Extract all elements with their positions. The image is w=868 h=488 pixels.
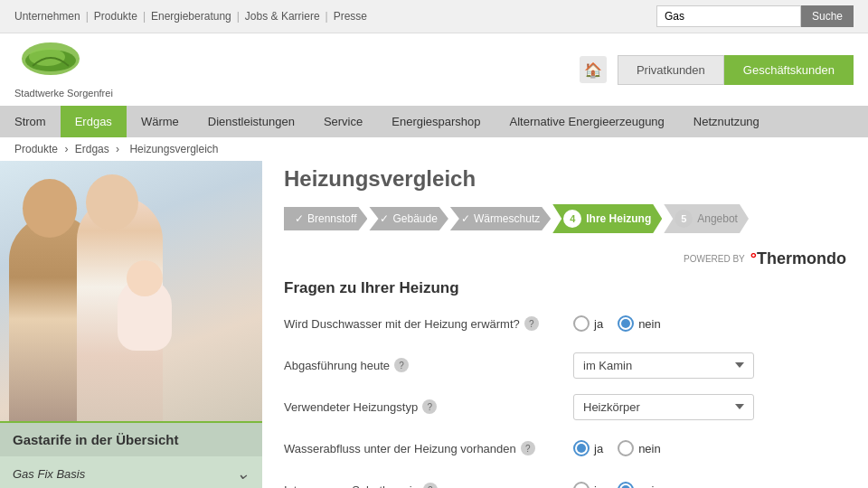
form-row-wasserabfluss: Wasserabfluss unter der Heizung vorhande… [284,435,846,462]
section-title: Fragen zu Ihrer Heizung [284,279,846,297]
step-gebaeude: ✓ Gebäude [369,207,448,230]
gas-fix-label: Gas Fix Basis [13,467,85,481]
step-label: Ihre Heizung [586,212,651,225]
nav-netznutzung[interactable]: Netznutzung [679,106,774,137]
svg-point-2 [29,48,65,66]
thermondo-dot: ° [750,249,757,267]
step-waermeschutz: ✓ Wärmeschutz [450,207,551,230]
radio-circle-checked [573,440,590,456]
help-icon-heizungstyp[interactable]: ? [422,399,437,414]
radio-circle-checked [618,315,634,332]
thermondo-logo: °Thermondo [750,249,846,268]
home-button[interactable]: 🏠 [580,56,607,83]
chevron-down-icon: ⌄ [236,464,250,483]
step-label: Wärmeschutz [474,212,540,225]
radio-duschwasser-ja[interactable]: ja [573,315,603,332]
radio-duschwasser-nein[interactable]: nein [618,315,661,332]
radio-solarthermie-ja[interactable]: ja [573,482,603,488]
search-bar: Suche [656,5,854,27]
radio-circle [618,440,634,456]
radio-solarthermie-nein[interactable]: nein [618,482,661,488]
label-solarthermie: Interesse an Solarthermie ? [284,483,573,488]
breadcrumb-current: Heizungsvergleich [129,143,218,155]
radio-circle-checked [618,482,634,488]
help-icon-duschwasser[interactable]: ? [524,316,539,331]
radio-label: nein [638,442,661,455]
step-ihre-heizung: 4 Ihre Heizung [552,204,662,233]
nav-energiesparshop[interactable]: Energiesparshop [377,106,495,137]
gas-fix-item[interactable]: Gas Fix Basis ⌄ [0,456,262,488]
radio-label: nein [638,317,661,331]
radio-label: ja [594,317,603,331]
radio-label: nein [638,483,661,489]
label-wasserabfluss: Wasserabfluss unter der Heizung vorhande… [284,441,573,455]
top-nav-energieberatung[interactable]: Energieberatung [151,10,231,23]
step-label: Brennstoff [307,212,356,225]
help-icon-abgas[interactable]: ? [394,358,409,372]
top-navigation: Unternehmen | Produkte | Energieberatung… [14,10,367,23]
logo-text: Stadtwerke Sorgenfrei [14,88,113,99]
search-button[interactable]: Suche [801,5,854,27]
radio-circle [573,482,590,488]
step-number: 5 [675,210,693,228]
header-right: 🏠 Privatkunden Geschäftskunden [580,55,854,85]
geschaeftskunden-tab[interactable]: Geschäftskunden [724,55,854,85]
breadcrumb-produkte[interactable]: Produkte [14,143,58,155]
step-label: Gebäude [392,212,437,225]
step-brennstoff: ✓ Brennstoff [284,207,367,230]
step-label: Angebot [697,212,738,225]
step-number: 4 [563,210,581,228]
nav-service[interactable]: Service [309,106,377,137]
powered-by-section: POWERED BY °Thermondo [284,249,846,268]
page-title: Heizungsvergleich [284,166,846,192]
radio-wasserabfluss-ja[interactable]: ja [573,440,603,456]
logo-area: Stadtwerke Sorgenfrei [14,41,113,99]
form-row-solarthermie: Interesse an Solarthermie ? ja nein [284,476,846,488]
top-nav-produkte[interactable]: Produkte [94,10,137,23]
dropdown-heizungstyp[interactable]: Heizkörper Fußbodenheizung Wandheizung [573,394,754,420]
main-navigation: Strom Erdgas Wärme Dienstleistungen Serv… [0,106,868,137]
logo-image [14,41,87,86]
family-photo [0,161,262,423]
radio-wasserabfluss-nein[interactable]: nein [618,440,661,456]
progress-steps: ✓ Brennstoff ✓ Gebäude ✓ Wärmeschutz 4 I… [284,204,846,233]
radio-wasserabfluss: ja nein [573,440,661,456]
form-row-heizungstyp: Verwendeter Heizungstyp ? Heizkörper Fuß… [284,393,846,420]
label-duschwasser: Wird Duschwasser mit der Heizung erwärmt… [284,316,573,331]
nav-alternative-energie[interactable]: Alternative Energieerzeugung [495,106,679,137]
label-heizungstyp: Verwendeter Heizungstyp ? [284,399,573,414]
checkmark-icon: ✓ [380,212,389,225]
breadcrumb-erdgas[interactable]: Erdgas [75,143,109,155]
radio-duschwasser: ja nein [573,315,661,332]
nav-strom[interactable]: Strom [0,106,61,137]
privatkunden-tab[interactable]: Privatkunden [618,55,724,85]
left-panel: Gastarife in der Übersicht Gas Fix Basis… [0,161,262,488]
search-input[interactable] [656,5,801,27]
checkmark-icon: ✓ [295,212,304,225]
header: Stadtwerke Sorgenfrei 🏠 Privatkunden Ges… [0,33,868,106]
nav-dienstleistungen[interactable]: Dienstleistungen [193,106,309,137]
top-bar: Unternehmen | Produkte | Energieberatung… [0,0,868,33]
form-row-duschwasser: Wird Duschwasser mit der Heizung erwärmt… [284,310,846,337]
gastarife-banner: Gastarife in der Übersicht [0,421,262,456]
right-panel: Heizungsvergleich ✓ Brennstoff ✓ Gebäude… [262,161,868,488]
radio-label: ja [594,483,603,489]
help-icon-wasserabfluss[interactable]: ? [521,441,535,455]
top-nav-jobs[interactable]: Jobs & Karriere [245,10,320,23]
step-angebot: 5 Angebot [664,204,749,233]
top-nav-presse[interactable]: Presse [334,10,367,23]
form-row-abgasfuehrung: Abgasführung heute ? im Kamin Außenwand … [284,352,846,379]
help-icon-solarthermie[interactable]: ? [423,483,438,488]
top-nav-unternehmen[interactable]: Unternehmen [14,10,80,23]
left-bottom: Gastarife in der Übersicht Gas Fix Basis… [0,421,262,488]
nav-waerme[interactable]: Wärme [127,106,193,137]
radio-circle [573,315,590,332]
content-area: Gastarife in der Übersicht Gas Fix Basis… [0,161,868,488]
radio-solarthermie: ja nein [573,482,661,488]
checkmark-icon: ✓ [461,212,470,225]
radio-label: ja [594,442,603,455]
nav-erdgas[interactable]: Erdgas [61,106,127,137]
customer-tabs: Privatkunden Geschäftskunden [618,55,854,85]
label-abgasfuehrung: Abgasführung heute ? [284,358,573,372]
dropdown-abgasfuehrung[interactable]: im Kamin Außenwand Dach [573,352,754,379]
